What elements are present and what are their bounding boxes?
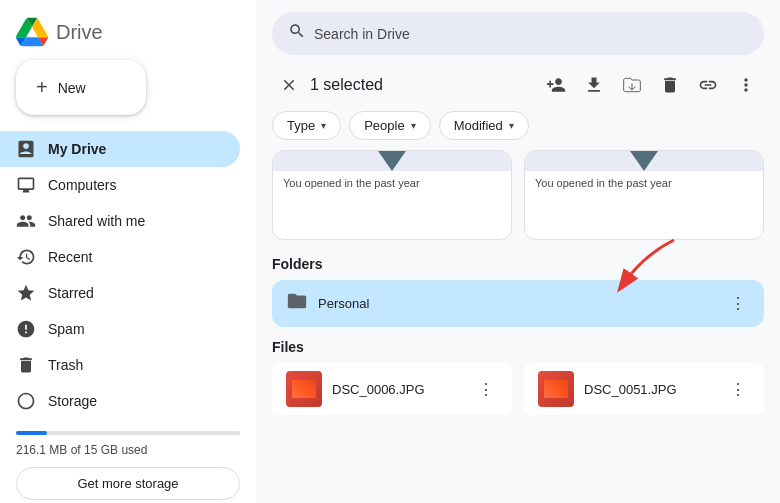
people-filter-chevron: ▾ — [411, 120, 416, 131]
people-filter[interactable]: People ▾ — [349, 111, 430, 140]
file-name-2: DSC_0051.JPG — [584, 382, 716, 397]
shared-icon — [16, 211, 36, 231]
type-filter-chevron: ▾ — [321, 120, 326, 131]
main-content: Search in Drive 1 selected — [256, 0, 780, 503]
sidebar-item-storage[interactable]: Storage — [0, 383, 240, 419]
recent-card-1-label: You opened in the past year — [273, 171, 511, 195]
add-person-button[interactable] — [538, 67, 574, 103]
starred-icon — [16, 283, 36, 303]
file-thumb-2 — [538, 371, 574, 407]
sidebar-item-storage-label: Storage — [48, 393, 97, 409]
storage-icon — [16, 391, 36, 411]
storage-bar-fill — [16, 431, 47, 435]
folder-row: Personal ⋮ — [272, 280, 764, 327]
modified-filter-chevron: ▾ — [509, 120, 514, 131]
sidebar-item-computers-label: Computers — [48, 177, 116, 193]
new-button[interactable]: + New — [16, 60, 146, 115]
search-placeholder-text: Search in Drive — [314, 26, 410, 42]
storage-used-text: 216.1 MB of 15 GB used — [16, 443, 240, 457]
sidebar: Drive + New My Drive Computers Shared wi… — [0, 0, 256, 503]
download-button[interactable] — [576, 67, 612, 103]
sidebar-item-computers[interactable]: Computers — [0, 167, 240, 203]
personal-folder[interactable]: Personal ⋮ — [272, 280, 764, 327]
files-section-header: Files — [272, 339, 764, 355]
search-icon — [288, 22, 306, 45]
type-filter-label: Type — [287, 118, 315, 133]
red-arrow-annotation — [604, 235, 684, 295]
my-drive-icon — [16, 139, 36, 159]
sidebar-item-spam[interactable]: Spam — [0, 311, 240, 347]
computers-icon — [16, 175, 36, 195]
selected-label: 1 selected — [310, 76, 383, 94]
sidebar-item-spam-label: Spam — [48, 321, 85, 337]
sidebar-item-shared-label: Shared with me — [48, 213, 145, 229]
files-row: DSC_0006.JPG ⋮ DSC_0051.JPG ⋮ — [272, 363, 764, 419]
sidebar-item-trash-label: Trash — [48, 357, 83, 373]
file-item-2[interactable]: DSC_0051.JPG ⋮ — [524, 363, 764, 415]
more-actions-button[interactable] — [728, 67, 764, 103]
sidebar-item-trash[interactable]: Trash — [0, 347, 240, 383]
file-1-more-button[interactable]: ⋮ — [474, 376, 498, 403]
storage-section: 216.1 MB of 15 GB used Get more storage — [0, 419, 256, 503]
recent-row: You opened in the past year You opened i… — [272, 150, 764, 240]
personal-folder-more-button[interactable]: ⋮ — [726, 290, 750, 317]
filter-bar: Type ▾ People ▾ Modified ▾ — [256, 111, 780, 150]
spam-icon — [16, 319, 36, 339]
app-title: Drive — [56, 21, 103, 44]
logo-area: Drive — [0, 8, 256, 52]
delete-button[interactable] — [652, 67, 688, 103]
toolbar: 1 selected — [256, 63, 780, 111]
storage-bar-bg — [16, 431, 240, 435]
thumb-triangle-1 — [378, 151, 406, 171]
people-filter-label: People — [364, 118, 404, 133]
recent-card-2[interactable]: You opened in the past year — [524, 150, 764, 240]
file-name-1: DSC_0006.JPG — [332, 382, 464, 397]
file-thumb-1 — [286, 371, 322, 407]
sidebar-item-my-drive[interactable]: My Drive — [0, 131, 240, 167]
toolbar-actions — [538, 67, 764, 103]
recent-icon — [16, 247, 36, 267]
move-button[interactable] — [614, 67, 650, 103]
trash-icon — [16, 355, 36, 375]
recent-card-1[interactable]: You opened in the past year — [272, 150, 512, 240]
search-bar[interactable]: Search in Drive — [272, 12, 764, 55]
sidebar-item-recent[interactable]: Recent — [0, 239, 240, 275]
google-drive-logo — [16, 16, 48, 48]
modified-filter-label: Modified — [454, 118, 503, 133]
file-thumb-img-1 — [292, 380, 316, 398]
file-2-more-button[interactable]: ⋮ — [726, 376, 750, 403]
recent-card-2-thumb — [525, 151, 763, 171]
sidebar-item-recent-label: Recent — [48, 249, 92, 265]
folders-section-header: Folders — [272, 256, 764, 272]
file-thumb-img-2 — [544, 380, 568, 398]
sidebar-item-starred-label: Starred — [48, 285, 94, 301]
plus-icon: + — [36, 76, 48, 99]
folder-icon — [286, 290, 308, 317]
personal-folder-label: Personal — [318, 296, 716, 311]
sidebar-item-shared-with-me[interactable]: Shared with me — [0, 203, 240, 239]
sidebar-item-starred[interactable]: Starred — [0, 275, 240, 311]
thumb-triangle-2 — [630, 151, 658, 171]
new-button-label: New — [58, 80, 86, 96]
type-filter[interactable]: Type ▾ — [272, 111, 341, 140]
modified-filter[interactable]: Modified ▾ — [439, 111, 529, 140]
content-area: You opened in the past year You opened i… — [256, 150, 780, 503]
recent-card-1-thumb — [273, 151, 511, 171]
get-storage-button[interactable]: Get more storage — [16, 467, 240, 500]
recent-card-2-label: You opened in the past year — [525, 171, 763, 195]
close-selection-button[interactable] — [272, 68, 306, 102]
sidebar-item-my-drive-label: My Drive — [48, 141, 106, 157]
file-item-1[interactable]: DSC_0006.JPG ⋮ — [272, 363, 512, 415]
link-button[interactable] — [690, 67, 726, 103]
